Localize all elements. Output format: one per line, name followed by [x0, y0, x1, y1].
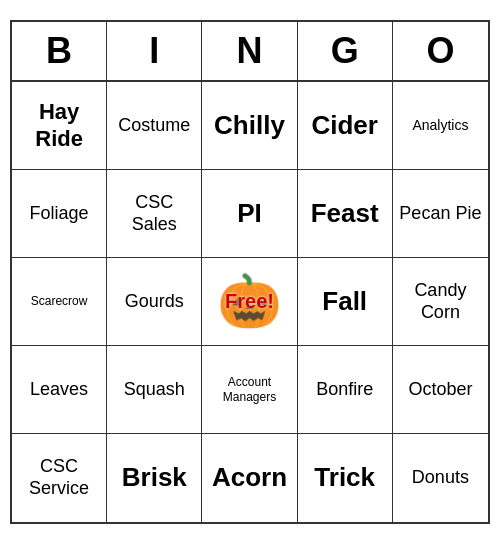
bingo-cell: Feast: [298, 170, 393, 258]
bingo-cell: Costume: [107, 82, 202, 170]
cell-text: Gourds: [125, 291, 184, 313]
cell-text: CSC Sales: [113, 192, 195, 235]
bingo-cell: October: [393, 346, 488, 434]
cell-text: Analytics: [412, 117, 468, 134]
bingo-cell: CSC Service: [12, 434, 107, 522]
cell-text: Feast: [311, 198, 379, 229]
bingo-cell: 🎃 Free!: [202, 258, 297, 346]
bingo-cell: Gourds: [107, 258, 202, 346]
cell-text: Donuts: [412, 467, 469, 489]
bingo-cell: Chilly: [202, 82, 297, 170]
bingo-cell: Trick: [298, 434, 393, 522]
cell-text: Fall: [322, 286, 367, 317]
bingo-header-letter: B: [12, 22, 107, 80]
bingo-grid: Hay RideCostumeChillyCiderAnalyticsFolia…: [12, 82, 488, 522]
cell-text: Cider: [311, 110, 377, 141]
cell-text: Foliage: [30, 203, 89, 225]
cell-text: Chilly: [214, 110, 285, 141]
bingo-cell: Account Managers: [202, 346, 297, 434]
cell-text: PI: [237, 198, 262, 229]
bingo-cell: Squash: [107, 346, 202, 434]
bingo-cell: Bonfire: [298, 346, 393, 434]
bingo-cell: Leaves: [12, 346, 107, 434]
bingo-cell: Acorn: [202, 434, 297, 522]
bingo-header-letter: G: [298, 22, 393, 80]
bingo-cell: Fall: [298, 258, 393, 346]
bingo-cell: Scarecrow: [12, 258, 107, 346]
cell-text: Acorn: [212, 462, 287, 493]
cell-text: Account Managers: [208, 375, 290, 404]
bingo-header-letter: N: [202, 22, 297, 80]
bingo-cell: Donuts: [393, 434, 488, 522]
cell-text: Pecan Pie: [399, 203, 481, 225]
bingo-header-letter: O: [393, 22, 488, 80]
bingo-header: BINGO: [12, 22, 488, 82]
bingo-cell: Pecan Pie: [393, 170, 488, 258]
bingo-cell: Analytics: [393, 82, 488, 170]
free-space-text: Free!: [225, 290, 274, 313]
bingo-cell: Foliage: [12, 170, 107, 258]
cell-text: Bonfire: [316, 379, 373, 401]
bingo-cell: Cider: [298, 82, 393, 170]
bingo-card: BINGO Hay RideCostumeChillyCiderAnalytic…: [10, 20, 490, 524]
bingo-header-letter: I: [107, 22, 202, 80]
cell-text: October: [408, 379, 472, 401]
cell-text: Leaves: [30, 379, 88, 401]
cell-text: Costume: [118, 115, 190, 137]
bingo-cell: Candy Corn: [393, 258, 488, 346]
cell-text: Brisk: [122, 462, 187, 493]
bingo-cell: PI: [202, 170, 297, 258]
cell-text: Squash: [124, 379, 185, 401]
bingo-cell: CSC Sales: [107, 170, 202, 258]
cell-text: CSC Service: [18, 456, 100, 499]
bingo-cell: Hay Ride: [12, 82, 107, 170]
cell-text: Candy Corn: [399, 280, 482, 323]
bingo-cell: Brisk: [107, 434, 202, 522]
cell-text: Trick: [314, 462, 375, 493]
cell-text: Scarecrow: [31, 294, 88, 308]
cell-text: Hay Ride: [18, 99, 100, 152]
